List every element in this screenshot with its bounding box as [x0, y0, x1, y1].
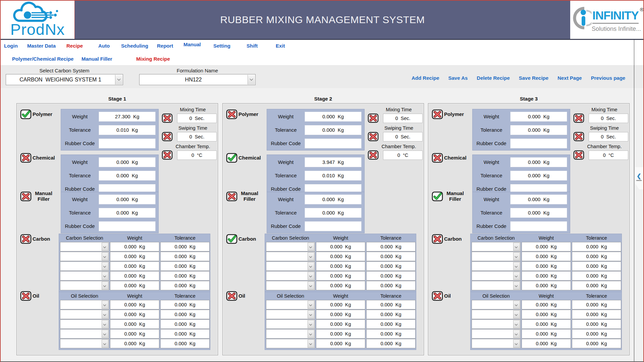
manual-filler-toggle[interactable]	[432, 191, 443, 201]
oil-tolerance-input-4[interactable]: 0.000 Kg	[366, 329, 416, 339]
mixing-time-toggle[interactable]	[573, 113, 584, 123]
chevron-down-icon[interactable]	[513, 272, 520, 280]
oil-tolerance-input-4[interactable]: 0.000 Kg	[572, 329, 621, 339]
menu-item-report[interactable]: Report	[157, 43, 173, 49]
carbon-selection-dropdown-1[interactable]	[60, 242, 109, 251]
carbon-selection-dropdown-5[interactable]	[472, 281, 521, 290]
carbon-tolerance-input-2[interactable]: 0.000 Kg	[160, 252, 210, 261]
oil-tolerance-input-2[interactable]: 0.000 Kg	[366, 310, 416, 319]
manual-filler-weight-input[interactable]: 0.000 Kg	[99, 194, 156, 204]
chevron-down-icon[interactable]	[308, 340, 314, 348]
oil-weight-input-2[interactable]: 0.000 Kg	[110, 310, 159, 319]
chemical-tolerance-input[interactable]: 0.010 Kg	[305, 171, 362, 181]
chamber-temp-input[interactable]: 0 °C	[589, 150, 628, 160]
oil-selection-dropdown-1[interactable]	[266, 300, 315, 309]
chamber-temp-toggle[interactable]	[162, 150, 173, 160]
swiping-time-toggle[interactable]	[162, 132, 173, 141]
carbon-weight-input-5[interactable]: 0.000 Kg	[522, 281, 571, 290]
oil-weight-input-4[interactable]: 0.000 Kg	[522, 329, 571, 339]
oil-weight-input-2[interactable]: 0.000 Kg	[316, 310, 365, 319]
carbon-toggle[interactable]	[432, 234, 443, 244]
menu-item-manual[interactable]: Manual	[183, 42, 201, 47]
manual-filler-toggle[interactable]	[20, 191, 32, 201]
oil-selection-dropdown-3[interactable]	[60, 319, 109, 329]
carbon-tolerance-input-1[interactable]: 0.000 Kg	[366, 242, 416, 251]
swiping-time-toggle[interactable]	[368, 132, 379, 141]
carbon-tolerance-input-4[interactable]: 0.000 Kg	[366, 271, 416, 281]
oil-weight-input-3[interactable]: 0.000 Kg	[316, 319, 365, 329]
oil-weight-input-1[interactable]: 0.000 Kg	[316, 300, 365, 309]
carbon-tolerance-input-3[interactable]: 0.000 Kg	[366, 261, 416, 271]
carbon-weight-input-1[interactable]: 0.000 Kg	[110, 242, 159, 251]
chemical-weight-input[interactable]: 0.000 Kg	[510, 157, 567, 167]
manual-filler-rubber_code-input[interactable]	[305, 221, 362, 231]
chevron-down-icon[interactable]	[102, 272, 108, 280]
polymer-weight-input[interactable]: 0.000 Kg	[510, 112, 567, 122]
menu-item-shift[interactable]: Shift	[247, 43, 258, 49]
mixing-time-input[interactable]: 0 Sec.	[177, 114, 217, 123]
polymer-rubber_code-input[interactable]	[99, 138, 156, 148]
polymer-tolerance-input[interactable]: 0.000 Kg	[510, 125, 567, 135]
polymer-weight-input[interactable]: 0.000 Kg	[305, 112, 362, 122]
oil-tolerance-input-3[interactable]: 0.000 Kg	[572, 319, 621, 329]
next-page-button[interactable]: Next Page	[557, 75, 582, 81]
carbon-tolerance-input-3[interactable]: 0.000 Kg	[572, 261, 621, 271]
chevron-down-icon[interactable]	[102, 262, 108, 270]
oil-tolerance-input-1[interactable]: 0.000 Kg	[160, 300, 210, 309]
carbon-tolerance-input-5[interactable]: 0.000 Kg	[366, 281, 416, 290]
submenu-item-polymer-chemical-recipe[interactable]: Polymer/Chemical Recipe	[12, 56, 73, 62]
chevron-down-icon[interactable]	[308, 310, 314, 318]
carbon-tolerance-input-5[interactable]: 0.000 Kg	[572, 281, 621, 290]
oil-tolerance-input-5[interactable]: 0.000 Kg	[160, 339, 210, 348]
oil-toggle[interactable]	[20, 291, 32, 301]
carbon-selection-dropdown-1[interactable]	[472, 242, 521, 251]
swiping-time-input[interactable]: 0 Sec.	[177, 132, 217, 141]
oil-selection-dropdown-2[interactable]	[472, 310, 521, 319]
polymer-toggle[interactable]	[432, 109, 443, 119]
oil-tolerance-input-1[interactable]: 0.000 Kg	[572, 300, 621, 309]
oil-weight-input-3[interactable]: 0.000 Kg	[522, 319, 571, 329]
chevron-down-icon[interactable]	[513, 330, 520, 338]
carbon-tolerance-input-3[interactable]: 0.000 Kg	[160, 261, 210, 271]
oil-weight-input-4[interactable]: 0.000 Kg	[316, 329, 365, 339]
carbon-weight-input-1[interactable]: 0.000 Kg	[522, 242, 571, 251]
oil-selection-dropdown-2[interactable]	[266, 310, 315, 319]
oil-selection-dropdown-3[interactable]	[266, 319, 315, 329]
mixing-time-toggle[interactable]	[162, 113, 173, 123]
chevron-down-icon[interactable]	[102, 301, 108, 309]
chamber-temp-toggle[interactable]	[573, 150, 584, 160]
carbon-tolerance-input-1[interactable]: 0.000 Kg	[572, 242, 621, 251]
carbon-weight-input-3[interactable]: 0.000 Kg	[522, 261, 571, 271]
carbon-selection-dropdown-1[interactable]	[266, 242, 315, 251]
oil-selection-dropdown-4[interactable]	[472, 329, 521, 339]
chevron-down-icon[interactable]	[513, 243, 520, 251]
add-recipe-button[interactable]: Add Recipe	[412, 75, 439, 81]
manual-filler-toggle[interactable]	[226, 191, 237, 201]
chemical-tolerance-input[interactable]: 0.000 Kg	[99, 171, 156, 181]
manual-filler-rubber_code-input[interactable]	[510, 221, 567, 231]
chevron-down-icon[interactable]	[513, 320, 520, 328]
oil-tolerance-input-3[interactable]: 0.000 Kg	[160, 319, 210, 329]
oil-weight-input-4[interactable]: 0.000 Kg	[110, 329, 159, 339]
chevron-down-icon[interactable]	[102, 282, 108, 290]
chevron-down-icon[interactable]	[513, 252, 520, 260]
chevron-down-icon[interactable]	[513, 282, 520, 290]
oil-weight-input-1[interactable]: 0.000 Kg	[110, 300, 159, 309]
polymer-toggle[interactable]	[20, 109, 32, 119]
carbon-selection-dropdown-4[interactable]	[60, 271, 109, 281]
chevron-down-icon[interactable]	[513, 340, 520, 348]
carbon-weight-input-4[interactable]: 0.000 Kg	[110, 271, 159, 281]
oil-selection-dropdown-1[interactable]	[472, 300, 521, 309]
oil-toggle[interactable]	[226, 291, 237, 301]
menu-item-master-data[interactable]: Master Data	[27, 43, 56, 49]
carbon-selection-dropdown-4[interactable]	[266, 271, 315, 281]
manual-filler-rubber_code-input[interactable]	[99, 221, 156, 231]
save-recipe-button[interactable]: Save Recipe	[519, 75, 548, 81]
carbon-selection-dropdown-2[interactable]	[472, 252, 521, 261]
oil-selection-dropdown-3[interactable]	[472, 319, 521, 329]
chevron-down-icon[interactable]	[102, 310, 108, 318]
carbon-weight-input-2[interactable]: 0.000 Kg	[522, 252, 571, 261]
menu-item-auto[interactable]: Auto	[98, 43, 110, 49]
chevron-down-icon[interactable]	[513, 301, 520, 309]
carbon-system-select[interactable]: CARBON WEIGHING SYSTEM 1	[6, 74, 123, 85]
